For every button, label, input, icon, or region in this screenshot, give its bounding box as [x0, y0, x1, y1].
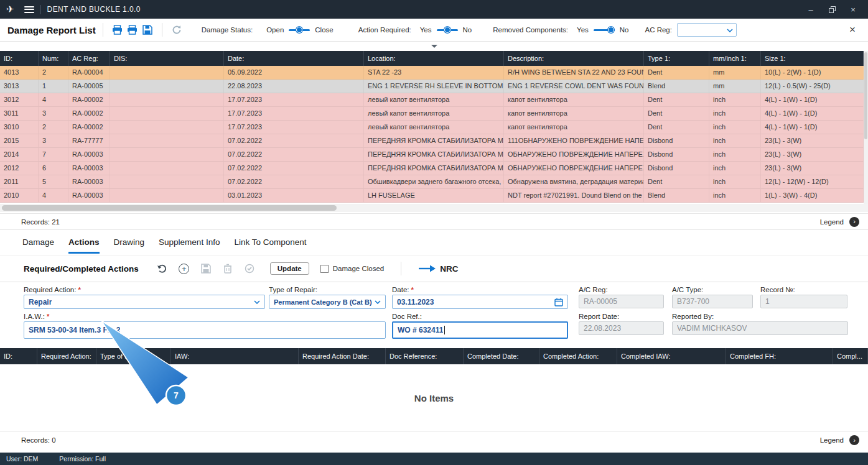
cell-location: ПЕРЕДНЯЯ КРОМКА СТАБИЛИЗАТОРА МЕЖДУ... — [364, 162, 504, 175]
column-header-completed_iaw[interactable]: Completed IAW: — [617, 348, 726, 364]
update-button[interactable]: Update — [270, 262, 309, 275]
cell-dis — [110, 66, 224, 79]
table-row[interactable]: 30102RA-0000217.07.2023левый капот венти… — [0, 121, 864, 134]
damage-closed-checkbox-group[interactable]: Damage Closed — [320, 265, 384, 273]
doc-ref-field[interactable]: WO # 632411 — [392, 321, 568, 339]
close-panel-icon[interactable]: × — [844, 24, 861, 36]
column-header-description[interactable]: Description: — [504, 51, 644, 66]
cell-description: R/H WING BETWEEN STA 22 AND 23 FOUND DE.… — [504, 66, 644, 79]
cell-size1: 10(L) - 2(W) - 1(D) — [761, 66, 864, 79]
horizontal-scrollbar[interactable] — [0, 204, 868, 212]
cell-id: 4013 — [0, 66, 39, 79]
delete-action-icon[interactable] — [222, 262, 234, 275]
cell-id: 2011 — [0, 175, 39, 188]
refresh-icon[interactable] — [169, 22, 184, 37]
restore-icon[interactable] — [823, 2, 841, 16]
column-header-id[interactable]: ID: — [0, 51, 39, 66]
cell-mm_inch: mm — [709, 66, 761, 79]
add-action-icon[interactable]: + — [178, 262, 190, 275]
action-required-toggle[interactable] — [437, 26, 458, 34]
dent-and-buckle-window: ✈ DENT AND BUCKLE 1.0.0 – × Damage Repor… — [0, 0, 868, 465]
table-row[interactable]: 30124RA-0000217.07.2023левый капот венти… — [0, 93, 864, 107]
complete-action-icon[interactable] — [243, 262, 256, 275]
print-preview-icon[interactable] — [125, 22, 140, 37]
close-window-icon[interactable]: × — [844, 2, 862, 16]
cell-dis — [110, 121, 224, 134]
iaw-field[interactable]: SRM 53-00-34 Item.3 Fig.2 — [24, 321, 386, 339]
required-action-dropdown[interactable]: Repair — [24, 295, 265, 309]
column-header-iaw[interactable]: IAW: — [171, 348, 299, 364]
report-toolbar: Damage Report List Damage Status: Open C… — [0, 19, 868, 42]
cell-num: 5 — [39, 175, 68, 188]
column-header-completed_fh[interactable]: Completed FH: — [726, 348, 833, 364]
save-action-icon[interactable] — [200, 262, 212, 275]
vertical-scrollbar[interactable] — [864, 51, 868, 204]
cell-id: 3010 — [0, 121, 39, 134]
cell-dis — [110, 93, 224, 106]
table-row[interactable]: 20147RA-0000307.02.2022ПЕРЕДНЯЯ КРОМКА С… — [0, 148, 864, 162]
cell-mm_inch: inch — [709, 107, 761, 120]
column-header-location[interactable]: Location: — [364, 51, 504, 66]
column-header-mm_inch[interactable]: mm/inch 1: — [709, 51, 761, 66]
column-header-type1[interactable]: Type 1: — [644, 51, 709, 66]
column-header-date[interactable]: Date: — [224, 51, 364, 66]
cell-ac_reg: RA-00004 — [68, 66, 110, 79]
table-row[interactable]: 30131RA-0000522.08.2023ENG 1 REVERSE RH … — [0, 80, 864, 93]
tab-supplement-info[interactable]: Supplement Info — [159, 237, 220, 254]
save-icon[interactable] — [140, 22, 155, 37]
calendar-icon[interactable] — [554, 298, 563, 306]
table-row[interactable]: 20104RA-0000303.01.2023LH FUSELAGENDT re… — [0, 189, 864, 203]
cell-size1: 1(L) - 3(W) - 4(D) — [761, 189, 864, 202]
removed-components-toggle[interactable] — [594, 26, 615, 34]
column-header-doc_reference[interactable]: Doc Reference: — [386, 348, 464, 364]
column-header-num[interactable]: Num: — [39, 51, 68, 66]
column-header-size1[interactable]: Size 1: — [761, 51, 864, 66]
legend-icon[interactable]: › — [849, 217, 859, 227]
tab-drawing[interactable]: Drawing — [114, 237, 145, 254]
legend-icon[interactable]: › — [849, 435, 859, 445]
tab-actions[interactable]: Actions — [68, 237, 100, 254]
cell-num: 4 — [39, 189, 68, 202]
table-row[interactable]: 40132RA-0000405.09.2022STA 22 -23R/H WIN… — [0, 66, 864, 80]
type-of-repair-dropdown[interactable]: Permanent Category B (Cat B) — [269, 295, 386, 309]
table-row[interactable]: 20126RA-0000307.02.2022ПЕРЕДНЯЯ КРОМКА С… — [0, 162, 864, 175]
column-header-dis[interactable]: DIS: — [110, 51, 224, 66]
column-header-type_of_repair[interactable]: Type of Repair: — [96, 348, 171, 364]
tab-damage[interactable]: Damage — [22, 237, 54, 254]
column-header-compl[interactable]: Compl... — [833, 348, 868, 364]
cell-location: ENG 1 REVERSE RH SLEEVE IN BOTTOM PLACE.… — [364, 80, 504, 93]
damage-closed-checkbox[interactable] — [320, 265, 329, 273]
cell-size1: 4(L) - 1(W) - 1(D) — [761, 93, 864, 106]
required-action-label: Required Action:* — [24, 286, 81, 293]
nrc-link[interactable]: NRC — [418, 264, 458, 274]
cell-description: капот вентилятора — [504, 107, 644, 120]
legend-label: Legend — [820, 218, 844, 226]
column-header-required_action_date[interactable]: Required Action Date: — [299, 348, 386, 364]
cell-size1: 23(L) - 3(W) — [761, 134, 864, 147]
undo-icon[interactable] — [156, 262, 169, 275]
damage-status-toggle[interactable] — [289, 26, 310, 34]
cell-num: 6 — [39, 162, 68, 175]
cell-num: 4 — [39, 93, 68, 106]
table-row[interactable]: 20153RA-7777707.02.2022ПЕРЕДНЯЯ КРОМКА С… — [0, 134, 864, 148]
table-row[interactable]: 20115RA-0000307.02.2022Обшивкадвери задн… — [0, 175, 864, 189]
tab-link-to-component[interactable]: Link To Component — [234, 237, 306, 254]
grid-splitter[interactable] — [0, 42, 868, 51]
cell-description: капот вентилятора — [504, 93, 644, 106]
column-header-id[interactable]: ID: — [0, 348, 37, 364]
status-permission: Permission: Full — [59, 455, 106, 463]
cell-description: ОБНАРУЖЕНО ПОВРЕЖДЕНИЕ НАПЕРЕЖНЕЙ... — [504, 162, 644, 175]
column-header-ac_reg[interactable]: AC Reg: — [68, 51, 110, 66]
column-header-completed_date[interactable]: Completed Date: — [464, 348, 539, 364]
print-icon[interactable] — [110, 22, 125, 37]
minimize-icon[interactable]: – — [802, 2, 819, 16]
date-field[interactable]: 03.11.2023 — [392, 295, 568, 309]
text-caret — [444, 326, 445, 334]
table-row[interactable]: 30113RA-0000217.07.2023левый капот венти… — [0, 107, 864, 121]
cell-num: 2 — [39, 121, 68, 134]
ac-reg-combobox[interactable] — [677, 23, 737, 37]
cell-ac_reg: RA-00003 — [68, 162, 110, 175]
hamburger-menu-icon[interactable] — [24, 6, 34, 13]
column-header-completed_action[interactable]: Completed Action: — [539, 348, 617, 364]
column-header-required_action[interactable]: Required Action: — [37, 348, 96, 364]
